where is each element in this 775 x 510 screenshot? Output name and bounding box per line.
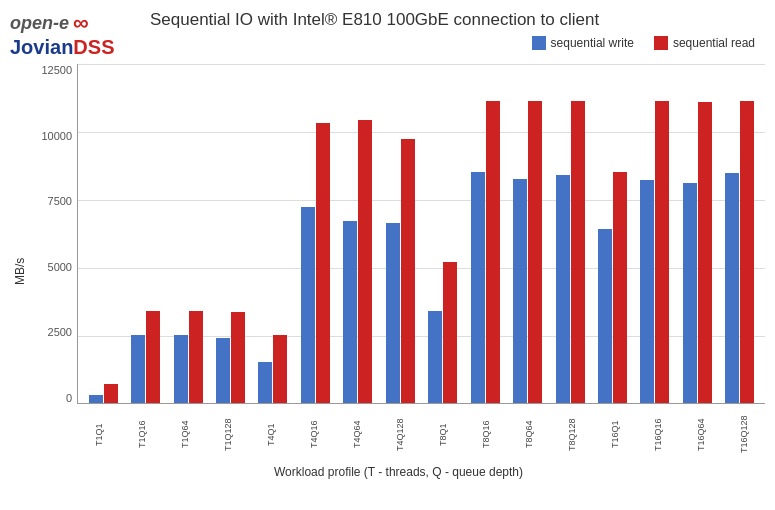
bar-group [634, 64, 676, 403]
x-labels: T1Q1T1Q16T1Q64T1Q128T4Q1T4Q16T4Q64T4Q128… [32, 407, 765, 462]
bar-group [167, 64, 209, 403]
logo-open-e: open-e [10, 13, 69, 34]
read-bar [189, 311, 203, 403]
bar-group [124, 64, 166, 403]
x-label: T1Q16 [120, 407, 163, 462]
write-bar [428, 311, 442, 403]
bar-group [591, 64, 633, 403]
read-bar [273, 335, 287, 403]
logo-top: open-e ∞ [10, 10, 140, 36]
write-bar [725, 173, 739, 403]
x-label: T4Q128 [378, 407, 421, 462]
read-bar [104, 384, 118, 403]
bar-group [252, 64, 294, 403]
bar-group [422, 64, 464, 403]
write-bar [598, 229, 612, 403]
write-bar [471, 172, 485, 403]
write-bar [556, 175, 570, 403]
y-tick: 5000 [32, 261, 72, 273]
x-label: T16Q16 [636, 407, 679, 462]
legend-read-label: sequential read [673, 36, 755, 50]
write-bar [343, 221, 357, 403]
bar-group [337, 64, 379, 403]
title-area: Sequential IO with Intel® E810 100GbE co… [140, 10, 765, 50]
write-bar [258, 362, 272, 403]
x-label: T1Q64 [163, 407, 206, 462]
write-bar [386, 223, 400, 403]
chart-plot [77, 64, 765, 404]
read-bar [571, 101, 585, 403]
x-axis-title: Workload profile (T - threads, Q - queue… [32, 465, 765, 479]
write-bar [683, 183, 697, 403]
x-label: T8Q128 [550, 407, 593, 462]
main-container: open-e ∞ JovianDSS Sequential IO with In… [0, 0, 775, 510]
legend-write-label: sequential write [551, 36, 634, 50]
write-bar [174, 335, 188, 403]
read-bar [316, 123, 330, 403]
read-bar [655, 101, 669, 403]
legend-write-box [532, 36, 546, 50]
x-label: T8Q64 [507, 407, 550, 462]
bar-group [294, 64, 336, 403]
read-bar [528, 101, 542, 403]
bar-group [82, 64, 124, 403]
logo-jovian: Jovian [10, 36, 73, 58]
logo-bottom: JovianDSS [10, 36, 140, 59]
chart-inner: 02500500075001000012500 [32, 64, 765, 404]
x-label: T1Q128 [206, 407, 249, 462]
y-tick: 12500 [32, 64, 72, 76]
write-bar [131, 335, 145, 403]
chart-body: 02500500075001000012500 T1Q1T1Q16T1Q64T1… [32, 64, 765, 479]
x-label: T8Q1 [421, 407, 464, 462]
x-label: T4Q64 [335, 407, 378, 462]
read-bar [443, 262, 457, 403]
main-title: Sequential IO with Intel® E810 100GbE co… [150, 10, 765, 30]
logo: open-e ∞ JovianDSS [10, 10, 140, 59]
bar-group [719, 64, 761, 403]
read-bar [358, 120, 372, 403]
bar-group [379, 64, 421, 403]
header: open-e ∞ JovianDSS Sequential IO with In… [10, 10, 765, 59]
bars-container [78, 64, 765, 403]
bar-group [506, 64, 548, 403]
y-tick: 2500 [32, 326, 72, 338]
x-label: T4Q1 [249, 407, 292, 462]
logo-dss: DSS [73, 36, 114, 58]
chart-area: MB/s 02500500075001000012500 T1Q1T1Q16T1… [10, 64, 765, 479]
y-tick: 10000 [32, 130, 72, 142]
legend-read-box [654, 36, 668, 50]
read-bar [613, 172, 627, 403]
read-bar [146, 311, 160, 403]
legend: sequential write sequential read [150, 36, 765, 50]
read-bar [401, 139, 415, 403]
y-tick: 0 [32, 392, 72, 404]
write-bar [301, 207, 315, 403]
read-bar [698, 102, 712, 403]
bar-group [209, 64, 251, 403]
bar-group [676, 64, 718, 403]
read-bar [231, 312, 245, 403]
x-label: T4Q16 [292, 407, 335, 462]
x-label: T16Q128 [722, 407, 765, 462]
logo-infinity: ∞ [73, 10, 89, 36]
x-label: T16Q1 [593, 407, 636, 462]
legend-write: sequential write [532, 36, 634, 50]
write-bar [640, 180, 654, 403]
read-bar [740, 101, 754, 403]
write-bar [89, 395, 103, 403]
write-bar [216, 338, 230, 403]
x-label: T8Q16 [464, 407, 507, 462]
write-bar [513, 179, 527, 403]
bar-group [549, 64, 591, 403]
x-label: T1Q1 [77, 407, 120, 462]
read-bar [486, 101, 500, 403]
legend-read: sequential read [654, 36, 755, 50]
y-ticks: 02500500075001000012500 [32, 64, 77, 404]
y-axis-label: MB/s [10, 64, 30, 479]
x-label: T16Q64 [679, 407, 722, 462]
bar-group [464, 64, 506, 403]
y-tick: 7500 [32, 195, 72, 207]
